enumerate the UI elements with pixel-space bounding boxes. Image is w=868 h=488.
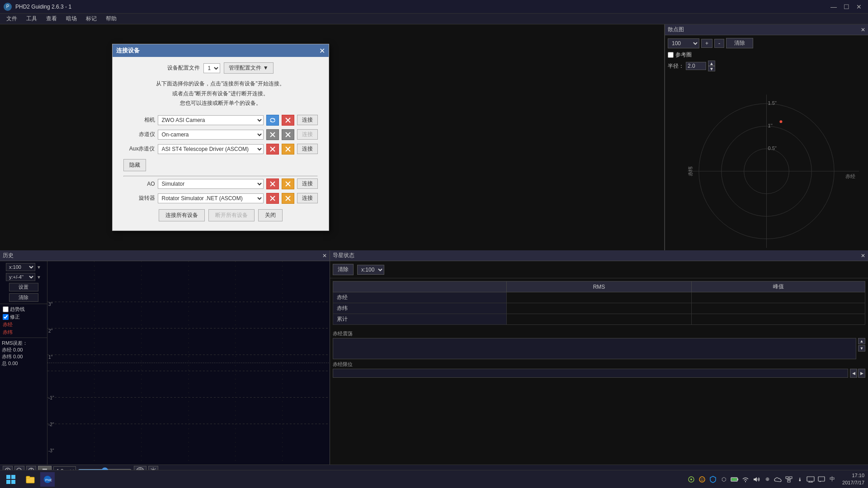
title-bar: P PHD2 Guiding 2.6.3 - 1 — ☐ ✕ xyxy=(0,0,868,14)
network-tray-icon xyxy=(785,476,793,483)
col-header-empty xyxy=(333,282,507,292)
camera-stop-button[interactable] xyxy=(282,115,294,126)
aux-mount-stop-button[interactable] xyxy=(266,144,279,155)
dialog-profile-select[interactable]: 1 xyxy=(203,63,220,73)
history-clear-button[interactable]: 清除 xyxy=(9,293,38,302)
ao-disconnect-button[interactable] xyxy=(282,178,294,189)
camera-refresh-button[interactable] xyxy=(266,115,279,126)
dialog-hide-row: 隐藏 xyxy=(123,159,318,171)
history-left-controls: x:100 ▼ y:+/-4'' ▼ 设置 清除 xyxy=(0,261,47,465)
scatter-zoom-minus-button[interactable]: - xyxy=(714,39,724,48)
minimize-button[interactable]: — xyxy=(828,3,839,11)
rotator-disconnect-button[interactable] xyxy=(282,193,294,204)
correction-checkbox[interactable] xyxy=(3,314,9,320)
scatter-zoom-select[interactable]: 100 xyxy=(668,38,699,48)
guide-hscroll-right-button[interactable]: ▶ xyxy=(858,369,865,378)
ref-circle-checkbox[interactable] xyxy=(668,52,674,58)
ao-stop-button[interactable] xyxy=(266,178,279,189)
dialog-overlay: 连接设备 ✕ 设备配置文件 1 管理配置文件 ▼ 从下面选择你的设备，点击"连接… xyxy=(0,24,441,250)
guide-table-row-dec: 赤纬 xyxy=(333,303,865,314)
trend-line-checkbox[interactable] xyxy=(3,306,9,312)
menu-item-工具[interactable]: 工具 xyxy=(22,14,42,23)
dialog-devices: 相机 ZWO ASI Camera 连接 赤道仪 O xyxy=(120,115,321,155)
guide-hscroll-left-button[interactable]: ◀ xyxy=(850,369,857,378)
menu-item-文件[interactable]: 文件 xyxy=(2,14,22,23)
maximize-button[interactable]: ☐ xyxy=(841,3,852,11)
aux-mount-disconnect-button[interactable] xyxy=(282,144,294,155)
history-settings-button[interactable]: 设置 xyxy=(9,283,38,291)
guide-ra-label: 赤经 xyxy=(333,292,507,303)
svg-point-11 xyxy=(779,120,782,123)
app-logo: P xyxy=(4,3,12,11)
ao-label: AO xyxy=(123,181,155,187)
ao-connect-button[interactable]: 连接 xyxy=(297,178,318,189)
history-x-scale-select[interactable]: x:100 xyxy=(6,263,35,271)
dialog-bottom-row: 连接所有设备 断开所有设备 关闭 xyxy=(123,209,318,221)
dialog-manage-button[interactable]: 管理配置文件 ▼ xyxy=(224,62,273,74)
radius-down-button[interactable]: ▼ xyxy=(708,66,715,71)
close-button[interactable]: ✕ xyxy=(854,3,864,11)
guide-star-close-icon[interactable]: ✕ xyxy=(861,253,865,259)
ref-circle-label: 参考圈 xyxy=(675,51,692,59)
col-header-peak: 峰值 xyxy=(692,282,865,292)
dialog-close-button[interactable]: ✕ xyxy=(319,47,325,55)
radius-input[interactable] xyxy=(686,62,706,70)
svg-text:3'': 3'' xyxy=(48,302,52,307)
guide-zoom-select[interactable]: x:100 xyxy=(357,265,384,275)
aux-mount-select[interactable]: ASI ST4 Telescope Driver (ASCOM) xyxy=(158,144,264,154)
svg-text:PHD: PHD xyxy=(45,478,52,482)
svg-rect-62 xyxy=(6,480,10,484)
rotator-connect-button[interactable]: 连接 xyxy=(297,193,318,203)
mount-select[interactable]: On-camera xyxy=(158,130,264,140)
radius-row: 半径： ▲ ▼ xyxy=(668,61,865,71)
guide-scroll-down-button[interactable]: ▼ xyxy=(858,345,865,352)
disconnect-all-button[interactable]: 断开所有设备 xyxy=(208,209,255,221)
dialog-close-button2[interactable]: 关闭 xyxy=(258,209,283,221)
mount-disconnect-button[interactable] xyxy=(282,129,294,140)
menu-item-标记[interactable]: 标记 xyxy=(81,14,101,23)
guide-scroll-up-button[interactable]: ▲ xyxy=(858,338,865,344)
history-close-icon[interactable]: ✕ xyxy=(322,253,327,259)
guide-clear-button[interactable]: 清除 xyxy=(333,264,354,275)
monitor-tray-icon xyxy=(807,476,815,483)
menu-item-帮助[interactable]: 帮助 xyxy=(101,14,121,23)
connect-all-button[interactable]: 连接所有设备 xyxy=(159,209,205,221)
svg-rect-74 xyxy=(737,479,738,480)
ao-select[interactable]: Simulator xyxy=(158,179,264,189)
scatter-close-icon[interactable]: ✕ xyxy=(861,27,865,33)
volume-icon xyxy=(752,475,761,484)
menu-item-查看[interactable]: 查看 xyxy=(42,14,61,23)
scatter-clear-button[interactable]: 清除 xyxy=(726,38,753,48)
file-manager-icon xyxy=(25,474,35,484)
svg-rect-65 xyxy=(26,476,30,478)
rotator-row: 旋转器 Rotator Simulator .NET (ASCOM) 连接 xyxy=(123,193,318,204)
bottom-section: 历史 ✕ x:100 ▼ y:+/-4 xyxy=(0,250,868,465)
mount-stop-button[interactable] xyxy=(266,129,279,140)
aux-disconnect-icon xyxy=(285,146,291,152)
radius-up-button[interactable]: ▲ xyxy=(708,61,715,66)
network-battery-icon xyxy=(687,475,696,484)
rotator-stop-button[interactable] xyxy=(266,193,279,204)
dialog-profile-row: 设备配置文件 1 管理配置文件 ▼ xyxy=(120,62,321,74)
taskbar-file-manager-icon[interactable] xyxy=(23,472,38,487)
menu-item-暗场[interactable]: 暗场 xyxy=(61,14,81,23)
taskbar-app-icon[interactable]: PHD xyxy=(40,472,55,487)
scatter-zoom-plus-button[interactable]: + xyxy=(701,39,712,48)
guide-table-row-total: 累计 xyxy=(333,314,865,325)
camera-connect-button[interactable]: 连接 xyxy=(297,115,318,125)
guide-ra-oscillation-textarea[interactable] xyxy=(333,338,856,359)
camera-select[interactable]: ZWO ASI Camera xyxy=(158,115,264,125)
guide-total-label: 累计 xyxy=(333,314,507,325)
rotator-select[interactable]: Rotator Simulator .NET (ASCOM) xyxy=(158,193,264,203)
taskbar-start-button[interactable] xyxy=(0,470,22,488)
dialog-devices-2: AO Simulator 连接 旋转器 Rotato xyxy=(120,178,321,204)
language-indicator[interactable]: 中 xyxy=(828,475,837,483)
mount-connect-button[interactable]: 连接 xyxy=(297,129,318,140)
history-y-scale-select[interactable]: y:+/-4'' xyxy=(6,273,35,281)
history-title-bar: 历史 ✕ xyxy=(0,250,330,261)
svg-text:1'': 1'' xyxy=(48,355,52,360)
title-bar-left: P PHD2 Guiding 2.6.3 - 1 xyxy=(4,3,71,11)
aux-mount-connect-button[interactable]: 连接 xyxy=(297,144,318,154)
guide-star-panel: 导星状态 ✕ 清除 x:100 RMS 峰值 xyxy=(330,250,868,465)
dialog-hide-button[interactable]: 隐藏 xyxy=(123,159,146,171)
